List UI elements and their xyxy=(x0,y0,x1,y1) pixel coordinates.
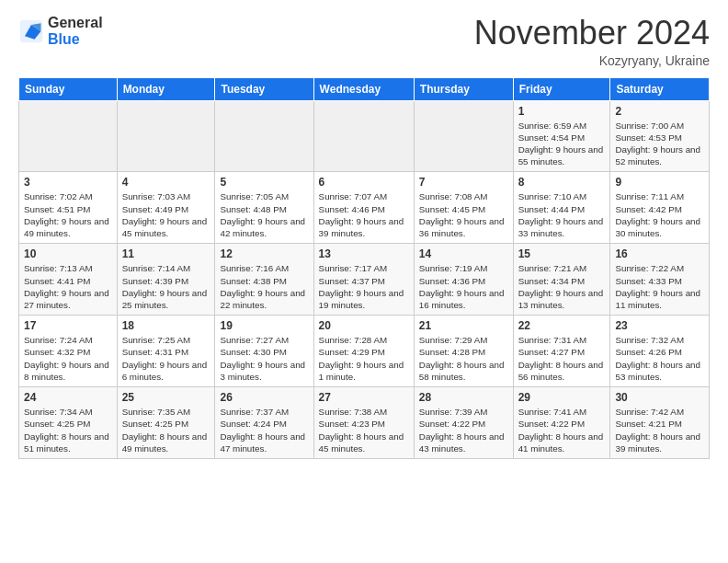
day-info: Sunrise: 7:00 AM Sunset: 4:53 PM Dayligh… xyxy=(615,120,704,168)
day-number: 4 xyxy=(122,176,210,189)
calendar-cell: 3Sunrise: 7:02 AM Sunset: 4:51 PM Daylig… xyxy=(19,172,118,244)
calendar-cell: 12Sunrise: 7:16 AM Sunset: 4:38 PM Dayli… xyxy=(215,244,313,316)
day-info: Sunrise: 7:25 AM Sunset: 4:31 PM Dayligh… xyxy=(122,334,210,383)
calendar-cell: 4Sunrise: 7:03 AM Sunset: 4:49 PM Daylig… xyxy=(117,172,215,244)
calendar-cell: 14Sunrise: 7:19 AM Sunset: 4:36 PM Dayli… xyxy=(414,244,513,316)
calendar-cell: 10Sunrise: 7:13 AM Sunset: 4:41 PM Dayli… xyxy=(19,244,118,316)
header: General Blue November 2024 Kozyryany, Uk… xyxy=(18,15,710,68)
calendar-cell xyxy=(19,100,118,172)
calendar-cell: 2Sunrise: 7:00 AM Sunset: 4:53 PM Daylig… xyxy=(610,100,710,172)
day-number: 24 xyxy=(24,391,112,404)
day-number: 7 xyxy=(419,176,508,189)
col-tuesday: Tuesday xyxy=(215,77,313,100)
day-number: 22 xyxy=(518,319,606,332)
day-number: 17 xyxy=(24,319,112,332)
day-number: 27 xyxy=(319,391,409,404)
calendar-body: 1Sunrise: 6:59 AM Sunset: 4:54 PM Daylig… xyxy=(19,100,710,458)
calendar-week-5: 24Sunrise: 7:34 AM Sunset: 4:25 PM Dayli… xyxy=(19,387,710,459)
col-sunday: Sunday xyxy=(19,77,118,100)
day-info: Sunrise: 7:29 AM Sunset: 4:28 PM Dayligh… xyxy=(419,334,508,383)
col-friday: Friday xyxy=(513,77,610,100)
calendar-cell: 8Sunrise: 7:10 AM Sunset: 4:44 PM Daylig… xyxy=(513,172,610,244)
calendar-cell: 18Sunrise: 7:25 AM Sunset: 4:31 PM Dayli… xyxy=(117,316,215,387)
day-number: 13 xyxy=(319,247,409,260)
calendar-cell: 29Sunrise: 7:41 AM Sunset: 4:22 PM Dayli… xyxy=(513,387,610,459)
calendar-cell: 20Sunrise: 7:28 AM Sunset: 4:29 PM Dayli… xyxy=(313,316,414,387)
day-info: Sunrise: 7:10 AM Sunset: 4:44 PM Dayligh… xyxy=(518,190,606,239)
day-info: Sunrise: 7:32 AM Sunset: 4:26 PM Dayligh… xyxy=(615,334,704,383)
day-number: 3 xyxy=(24,176,112,189)
logo-text: General Blue xyxy=(48,15,103,47)
day-number: 9 xyxy=(615,176,704,189)
calendar-cell: 5Sunrise: 7:05 AM Sunset: 4:48 PM Daylig… xyxy=(215,172,313,244)
logo-icon xyxy=(18,18,44,44)
day-number: 6 xyxy=(319,176,409,189)
day-info: Sunrise: 7:08 AM Sunset: 4:45 PM Dayligh… xyxy=(419,190,508,239)
day-info: Sunrise: 7:24 AM Sunset: 4:32 PM Dayligh… xyxy=(24,334,112,383)
day-info: Sunrise: 7:34 AM Sunset: 4:25 PM Dayligh… xyxy=(24,406,112,454)
day-number: 28 xyxy=(419,391,508,404)
day-info: Sunrise: 7:14 AM Sunset: 4:39 PM Dayligh… xyxy=(122,262,210,311)
day-number: 23 xyxy=(615,319,704,332)
calendar-cell: 7Sunrise: 7:08 AM Sunset: 4:45 PM Daylig… xyxy=(414,172,513,244)
day-info: Sunrise: 7:16 AM Sunset: 4:38 PM Dayligh… xyxy=(220,262,308,311)
page: General Blue November 2024 Kozyryany, Uk… xyxy=(0,0,728,468)
day-number: 14 xyxy=(419,247,508,260)
day-number: 29 xyxy=(518,391,606,404)
day-number: 11 xyxy=(122,247,210,260)
day-info: Sunrise: 7:19 AM Sunset: 4:36 PM Dayligh… xyxy=(419,262,508,311)
day-number: 8 xyxy=(518,176,606,189)
logo-general: General xyxy=(48,15,103,30)
day-info: Sunrise: 7:28 AM Sunset: 4:29 PM Dayligh… xyxy=(319,334,409,383)
day-info: Sunrise: 7:07 AM Sunset: 4:46 PM Dayligh… xyxy=(319,190,409,239)
calendar-cell: 21Sunrise: 7:29 AM Sunset: 4:28 PM Dayli… xyxy=(414,316,513,387)
day-info: Sunrise: 7:05 AM Sunset: 4:48 PM Dayligh… xyxy=(220,190,308,239)
day-number: 21 xyxy=(419,319,508,332)
day-info: Sunrise: 7:17 AM Sunset: 4:37 PM Dayligh… xyxy=(319,262,409,311)
location: Kozyryany, Ukraine xyxy=(474,53,710,68)
col-saturday: Saturday xyxy=(610,77,710,100)
day-info: Sunrise: 6:59 AM Sunset: 4:54 PM Dayligh… xyxy=(518,120,606,168)
month-title: November 2024 xyxy=(474,15,710,52)
calendar-cell: 26Sunrise: 7:37 AM Sunset: 4:24 PM Dayli… xyxy=(215,387,313,459)
col-thursday: Thursday xyxy=(414,77,513,100)
calendar-cell: 19Sunrise: 7:27 AM Sunset: 4:30 PM Dayli… xyxy=(215,316,313,387)
day-number: 1 xyxy=(518,105,606,118)
calendar-cell: 30Sunrise: 7:42 AM Sunset: 4:21 PM Dayli… xyxy=(610,387,710,459)
title-block: November 2024 Kozyryany, Ukraine xyxy=(474,15,710,68)
calendar-week-4: 17Sunrise: 7:24 AM Sunset: 4:32 PM Dayli… xyxy=(19,316,710,387)
calendar-cell: 11Sunrise: 7:14 AM Sunset: 4:39 PM Dayli… xyxy=(117,244,215,316)
day-info: Sunrise: 7:35 AM Sunset: 4:25 PM Dayligh… xyxy=(122,406,210,454)
day-number: 15 xyxy=(518,247,606,260)
day-number: 12 xyxy=(220,247,308,260)
day-number: 30 xyxy=(615,391,704,404)
calendar-cell xyxy=(117,100,215,172)
day-number: 10 xyxy=(24,247,112,260)
calendar-cell: 13Sunrise: 7:17 AM Sunset: 4:37 PM Dayli… xyxy=(313,244,414,316)
day-info: Sunrise: 7:31 AM Sunset: 4:27 PM Dayligh… xyxy=(518,334,606,383)
day-info: Sunrise: 7:02 AM Sunset: 4:51 PM Dayligh… xyxy=(24,190,112,239)
day-info: Sunrise: 7:39 AM Sunset: 4:22 PM Dayligh… xyxy=(419,406,508,454)
calendar-week-2: 3Sunrise: 7:02 AM Sunset: 4:51 PM Daylig… xyxy=(19,172,710,244)
day-info: Sunrise: 7:38 AM Sunset: 4:23 PM Dayligh… xyxy=(319,406,409,454)
calendar-cell xyxy=(313,100,414,172)
calendar-cell: 9Sunrise: 7:11 AM Sunset: 4:42 PM Daylig… xyxy=(610,172,710,244)
calendar-cell: 28Sunrise: 7:39 AM Sunset: 4:22 PM Dayli… xyxy=(414,387,513,459)
day-number: 5 xyxy=(220,176,308,189)
day-number: 16 xyxy=(615,247,704,260)
day-info: Sunrise: 7:41 AM Sunset: 4:22 PM Dayligh… xyxy=(518,406,606,454)
calendar-cell: 15Sunrise: 7:21 AM Sunset: 4:34 PM Dayli… xyxy=(513,244,610,316)
day-number: 2 xyxy=(615,105,704,118)
calendar-cell: 24Sunrise: 7:34 AM Sunset: 4:25 PM Dayli… xyxy=(19,387,118,459)
calendar-cell: 16Sunrise: 7:22 AM Sunset: 4:33 PM Dayli… xyxy=(610,244,710,316)
day-info: Sunrise: 7:13 AM Sunset: 4:41 PM Dayligh… xyxy=(24,262,112,311)
calendar-table: Sunday Monday Tuesday Wednesday Thursday… xyxy=(18,77,710,459)
day-info: Sunrise: 7:42 AM Sunset: 4:21 PM Dayligh… xyxy=(615,406,704,454)
logo: General Blue xyxy=(18,15,103,47)
calendar-week-3: 10Sunrise: 7:13 AM Sunset: 4:41 PM Dayli… xyxy=(19,244,710,316)
calendar-cell: 1Sunrise: 6:59 AM Sunset: 4:54 PM Daylig… xyxy=(513,100,610,172)
calendar-week-1: 1Sunrise: 6:59 AM Sunset: 4:54 PM Daylig… xyxy=(19,100,710,172)
header-row: Sunday Monday Tuesday Wednesday Thursday… xyxy=(19,77,710,100)
day-info: Sunrise: 7:37 AM Sunset: 4:24 PM Dayligh… xyxy=(220,406,308,454)
calendar-cell xyxy=(414,100,513,172)
